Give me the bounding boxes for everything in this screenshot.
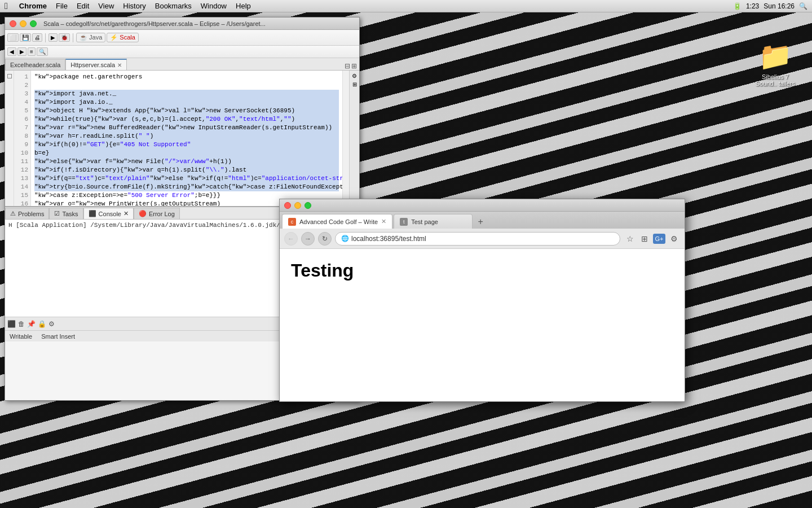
run-button[interactable]: ▶ (48, 33, 58, 42)
desktop-folder-sibelius[interactable]: 📁 Sibelius 7 Sound.. tallers (756, 41, 795, 87)
menubar-help[interactable]: Help (236, 2, 251, 10)
menubar-file[interactable]: File (56, 2, 68, 10)
lock-button[interactable]: 🔒 (38, 320, 46, 328)
tab-errorlog-label: Error Log (149, 211, 175, 217)
chrome-tabbar: c Advanced Code Golf – Write ✕ t Test pa… (280, 212, 685, 229)
tab-httpserver[interactable]: Httpserver.scala ✕ (65, 59, 127, 70)
console-icon: ⬛ (89, 210, 96, 217)
tab-problems-label: Problems (18, 211, 44, 217)
refresh-button[interactable]: ↻ (318, 232, 332, 246)
page-heading: Testing (291, 260, 673, 281)
minimize-editor-icon[interactable]: ⊟ (345, 62, 350, 70)
chrome-tab-codegolf-close[interactable]: ✕ (381, 218, 386, 225)
tab-console[interactable]: ⬛ Console ✕ (83, 208, 134, 219)
menubar-right: 🔋 1:23 Sun 16:26 🔍 (733, 2, 807, 10)
star-icon[interactable]: ☆ (624, 233, 636, 245)
desktop: 📁 Sibelius 7 Sound.. tallers Scala – cod… (0, 12, 812, 508)
fwd-btn[interactable]: ▶ (17, 47, 27, 56)
chrome-tab-codegolf[interactable]: c Advanced Code Golf – Write ✕ (282, 214, 392, 229)
eclipse-title: Scala – codegolf/src/net/garethrogers/Ht… (43, 20, 266, 27)
eclipse-titlebar: Scala – codegolf/src/net/garethrogers/Ht… (5, 17, 359, 30)
code-editor[interactable]: "kw">package net.garethrogers "kw">impor… (31, 71, 342, 206)
status-left: Writable (10, 333, 32, 340)
menubar-chrome[interactable]: Chrome (19, 2, 47, 10)
clock: Sun 16:26 (764, 2, 795, 10)
back-btn[interactable]: ◀ (7, 47, 16, 56)
forward-button[interactable]: → (301, 232, 315, 246)
address-bar[interactable]: 🌐 localhost:36895/test.html (335, 232, 620, 246)
chrome-page-content: Testing (280, 249, 685, 401)
sep-2 (73, 33, 73, 42)
search-btn[interactable]: 🔍 (37, 47, 48, 56)
editor-scrollbar[interactable] (342, 71, 349, 206)
eclipse-toolbar-1: ⬜ 💾 🖨 ▶ 🐞 ☕ Java ⚡ Scala (5, 30, 359, 46)
eclipse-editor-area: 12345678910111213141516171819 "kw">packa… (5, 71, 359, 206)
chrome-minimize[interactable] (294, 202, 301, 209)
battery-icon: 🔋 (733, 2, 742, 10)
settings-icon[interactable]: ⚙ (668, 233, 680, 245)
apple-menu[interactable]:  (5, 1, 8, 11)
folder-icon: 📁 (756, 41, 795, 72)
settings-button[interactable]: ⚙ (48, 320, 55, 328)
debug-button[interactable]: 🐞 (59, 33, 70, 42)
line-numbers: 12345678910111213141516171819 (14, 71, 31, 206)
back-button[interactable]: ← (284, 232, 298, 246)
outline-btn[interactable]: ≡ (28, 47, 36, 56)
tab-console-label: Console (99, 211, 121, 217)
errorlog-icon: 🔴 (139, 210, 147, 217)
new-button[interactable]: ⬜ (7, 33, 19, 42)
minimize-button[interactable] (20, 20, 27, 27)
save-button[interactable]: 💾 (20, 33, 31, 42)
address-text: localhost:36895/test.html (351, 235, 426, 243)
tab-httpserver-label: Httpserver.scala (70, 62, 115, 68)
scala-badge: ⚡ Scala (107, 33, 139, 42)
problems-icon: ⚠ (10, 210, 16, 217)
folder-label: Sibelius 7 Sound.. tallers (756, 73, 795, 87)
page-icon[interactable]: ⊞ (638, 233, 651, 245)
chrome-titlebar (280, 199, 685, 212)
eclipse-side-panel: ⚙ ⊞ (349, 71, 359, 206)
chrome-tab-testpage-label: Test page (411, 218, 438, 225)
maximize-editor-icon[interactable]: ⊞ (351, 62, 357, 70)
tab-tasks[interactable]: ☑ Tasks (49, 208, 83, 219)
chrome-tab-testpage[interactable]: t Test page (394, 214, 473, 229)
chrome-tab-codegolf-favicon: c (288, 218, 296, 226)
maximize-button[interactable] (30, 20, 37, 27)
new-tab-button[interactable]: + (474, 215, 487, 229)
chrome-window: c Advanced Code Golf – Write ✕ t Test pa… (279, 199, 685, 402)
menubar-edit[interactable]: Edit (77, 2, 89, 10)
console-tab-close[interactable]: ✕ (123, 210, 129, 217)
tab-httpserver-close[interactable]: ✕ (117, 62, 122, 68)
close-button[interactable] (10, 20, 16, 27)
eclipse-editor-tabs: Excelheader.scala Httpserver.scala ✕ ⊟ ⊞ (5, 58, 359, 71)
clear-button[interactable]: 🗑 (18, 320, 25, 328)
menubar-history[interactable]: History (123, 2, 145, 10)
menubar:  Chrome File Edit View History Bookmark… (0, 0, 812, 12)
menubar-window[interactable]: Window (201, 2, 227, 10)
print-button[interactable]: 🖨 (32, 33, 42, 42)
java-badge: ☕ Java (76, 33, 105, 42)
tab-errorlog[interactable]: 🔴 Error Log (134, 208, 180, 219)
chrome-toolbar-icons: ☆ ⊞ G+ ⚙ (624, 233, 680, 245)
battery-time: 1:23 (746, 2, 759, 10)
translate-icon[interactable]: G+ (653, 234, 665, 244)
stop-button[interactable]: ⬛ (7, 320, 16, 328)
chrome-tab-codegolf-label: Advanced Code Golf – Write (299, 218, 378, 225)
breakpoint-area (7, 74, 12, 78)
chrome-addressbar: ← → ↻ 🌐 localhost:36895/test.html ☆ ⊞ G+… (280, 229, 685, 249)
chrome-tab-testpage-favicon: t (400, 218, 408, 226)
menubar-view[interactable]: View (98, 2, 114, 10)
menubar-bookmarks[interactable]: Bookmarks (155, 2, 192, 10)
chrome-maximize[interactable] (304, 202, 311, 209)
tab-excelheader[interactable]: Excelheader.scala (5, 59, 65, 70)
tab-problems[interactable]: ⚠ Problems (5, 208, 49, 219)
tab-excelheader-label: Excelheader.scala (10, 62, 60, 68)
eclipse-toolbar-2: ◀ ▶ ≡ 🔍 (5, 46, 359, 58)
sep-1 (45, 33, 46, 42)
search-icon[interactable]: 🔍 (799, 2, 807, 10)
pin-button[interactable]: 📌 (27, 320, 36, 328)
tab-tasks-label: Tasks (62, 211, 78, 217)
tasks-icon: ☑ (54, 210, 60, 217)
chrome-close[interactable] (284, 202, 291, 209)
status-right: Smart Insert (41, 333, 75, 340)
